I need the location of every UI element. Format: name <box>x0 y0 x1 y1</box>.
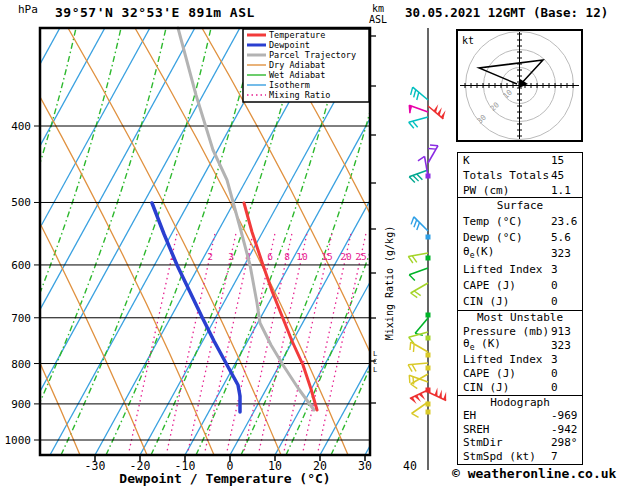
stat-value: 0 <box>551 381 558 395</box>
wind-barb <box>426 336 431 341</box>
legend-label: Dry Adiabat <box>269 60 325 70</box>
datetime-label: 30.05.2021 12GMT (Base: 12) <box>405 5 608 20</box>
wind-barb <box>428 388 446 401</box>
legend-label: Mixing Ratio <box>269 90 330 100</box>
wind-barb <box>426 410 431 415</box>
stat-value: -942 <box>551 423 578 436</box>
pressure-tick-label: 700 <box>11 312 31 325</box>
wind-barb <box>426 366 431 371</box>
stat-row: θe(K)323 <box>458 246 582 262</box>
mixing-ratio-label: 8 <box>284 251 290 262</box>
asl-axis-label: ASL <box>369 14 387 25</box>
stat-label: Totals Totals <box>463 168 551 183</box>
stat-label: K <box>463 153 551 168</box>
stat-value: 1.1 <box>551 183 571 198</box>
stat-value: 7 <box>551 450 558 463</box>
wind-barb <box>408 253 428 263</box>
temperature-tick-label: 30 <box>358 459 372 473</box>
stat-row: K15 <box>458 153 582 168</box>
wind-barb <box>426 402 431 407</box>
wind-barb <box>411 87 428 100</box>
most-unstable-box: Most UnstablePressure (mb)913θe (K)323Li… <box>457 310 583 397</box>
panel-section-title: Most Unstable <box>458 311 582 325</box>
mixing-ratio-label: 25 <box>355 251 366 262</box>
pressure-tick-label: 900 <box>11 398 31 411</box>
wind-barb <box>426 256 431 261</box>
wind-barb <box>410 390 428 404</box>
stat-row: Totals Totals45 <box>458 168 582 183</box>
mixing-ratio-line <box>318 234 366 453</box>
km-axis-label: km <box>372 3 384 14</box>
stat-label: CIN (J) <box>463 294 551 310</box>
stat-label: CAPE (J) <box>463 367 551 381</box>
panel-section-title: Hodograph <box>458 396 582 409</box>
stat-row: SREH-942 <box>458 423 582 436</box>
wind-barb <box>428 145 438 163</box>
stat-row: Lifted Index3 <box>458 262 582 278</box>
stat-row: StmDir298° <box>458 436 582 449</box>
wind-barb <box>409 105 428 114</box>
dry-adiabat-line <box>0 28 13 455</box>
wet-adiabat-line <box>61 28 211 455</box>
stat-value: 45 <box>551 168 564 183</box>
stat-label: Lifted Index <box>463 353 551 367</box>
stat-row: CAPE (J)0 <box>458 367 582 381</box>
hodograph-panel: 102030 <box>457 30 582 141</box>
mixing-ratio-label: 6 <box>267 251 273 262</box>
temperature-axis-title: Dewpoint / Temperature (°C) <box>119 471 330 486</box>
hodograph-unit-label: kt <box>462 35 474 46</box>
surface-box: SurfaceTemp (°C)23.6Dewp (°C)5.6θe(K)323… <box>457 197 583 312</box>
stat-row: PW (cm)1.1 <box>458 183 582 198</box>
legend-label: Wet Adiabat <box>269 70 325 80</box>
stat-value: 3 <box>551 353 558 367</box>
stat-row: CIN (J)0 <box>458 294 582 310</box>
stat-value: 0 <box>551 367 558 381</box>
stat-value: 298° <box>551 436 578 449</box>
pressure-tick-label: 800 <box>11 358 31 371</box>
stat-row: Temp (°C)23.6 <box>458 214 582 230</box>
stat-label: StmDir <box>463 436 551 449</box>
mixing-ratio-line <box>303 234 351 453</box>
lcl-label: C <box>373 358 377 366</box>
lcl-label: L <box>373 366 377 374</box>
wind-barb <box>426 353 431 358</box>
wind-barb <box>428 104 446 119</box>
pressure-unit-label: hPa <box>18 3 38 16</box>
stat-value: 0 <box>551 294 558 310</box>
stat-row: Lifted Index3 <box>458 353 582 367</box>
stat-label: CIN (J) <box>463 381 551 395</box>
stat-value: 0 <box>551 278 558 294</box>
wind-barb <box>408 363 428 372</box>
stat-label: Temp (°C) <box>463 214 551 230</box>
dry-adiabat-line <box>0 28 147 455</box>
stat-row: StmSpd (kt)7 <box>458 450 582 463</box>
chart-legend: TemperatureDewpointParcel TrajectoryDry … <box>243 29 369 102</box>
pressure-tick-label: 600 <box>11 259 31 272</box>
stat-value: 323 <box>551 246 571 262</box>
wet-adiabat-line <box>0 28 31 455</box>
isotherm-line <box>0 28 15 455</box>
credit-footer: © weatheronline.co.uk <box>452 466 616 481</box>
wind-barb-column <box>408 28 446 470</box>
lcl-label: L <box>373 350 377 358</box>
stat-label: Lifted Index <box>463 262 551 278</box>
legend-label: Parcel Trajectory <box>269 50 356 60</box>
pressure-tick-label: 400 <box>11 120 31 133</box>
pressure-tick-label: 500 <box>11 196 31 209</box>
isotherm-line <box>0 28 60 455</box>
legend-label: Isotherm <box>269 80 310 90</box>
stat-label: EH <box>463 409 551 422</box>
wind-barb <box>426 313 431 318</box>
wind-barb <box>409 117 428 128</box>
pressure-tick-label: 1000 <box>5 434 32 447</box>
stat-row: EH-969 <box>458 409 582 422</box>
stat-value: 913 <box>551 325 571 339</box>
stat-label: CAPE (J) <box>463 278 551 294</box>
wind-barb <box>426 235 431 240</box>
hodograph-stats-box: HodographEH-969SREH-942StmDir298°StmSpd … <box>457 395 583 465</box>
stat-label: StmSpd (kt) <box>463 450 551 463</box>
isotherm-line <box>0 28 150 455</box>
skewt-sounding-app: hPa km ASL 4005006007008009001000 123468… <box>0 0 629 486</box>
lcl-marker: LCL <box>373 350 377 374</box>
mixing-ratio-label: 3 <box>228 251 234 262</box>
